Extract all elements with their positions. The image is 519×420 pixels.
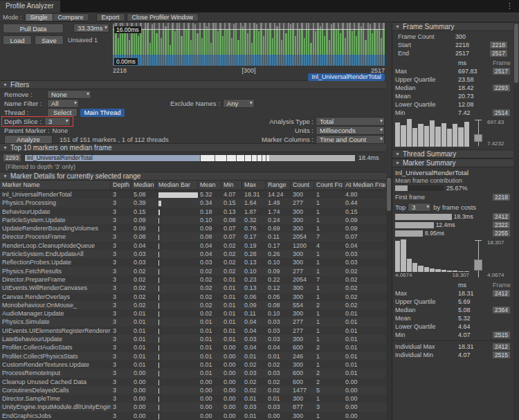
- top10-segment[interactable]: [257, 155, 262, 161]
- table-row[interactable]: Physics.Processing30.390.340.151.641.492…: [0, 199, 386, 207]
- table-row[interactable]: ParticleSystem.EndUpdateAll30.030.040.02…: [0, 250, 386, 258]
- save-button[interactable]: Save: [35, 35, 64, 45]
- column-header-min[interactable]: Min: [221, 181, 242, 190]
- frame-time-chart[interactable]: 16.00ms 0.00ms: [113, 23, 385, 66]
- units-dropdown[interactable]: Milliseconds ▾: [316, 126, 385, 135]
- frame-badge[interactable]: 2412: [492, 343, 511, 351]
- table-row[interactable]: CustomRenderTextures.Update30.010.010.00…: [0, 360, 386, 369]
- table-row[interactable]: UnityEngine.InputModule.dll!UnityEngineI…: [0, 403, 386, 411]
- column-header-max[interactable]: Max: [242, 181, 266, 190]
- table-row[interactable]: EndGraphicsJobs30.000.000.000.010.003001…: [0, 412, 386, 420]
- frame-badge[interactable]: 2515: [492, 331, 511, 339]
- close-profiler-window-button[interactable]: Close Profiler Window: [127, 13, 199, 21]
- column-header-count[interactable]: Count: [291, 181, 314, 190]
- table-row[interactable]: AudioManager.Update30.010.020.010.110.10…: [0, 309, 386, 318]
- frame-badge[interactable]: 2517: [492, 67, 511, 75]
- frame-badge[interactable]: 2517: [489, 49, 508, 57]
- top10-segment[interactable]: [226, 155, 236, 161]
- thread-value-chip[interactable]: Main Thread: [80, 109, 124, 117]
- mode-compare-button[interactable]: Compare: [53, 13, 89, 21]
- analysis-type-dropdown[interactable]: Total ▾: [316, 117, 385, 126]
- frame-badge[interactable]: 2218: [489, 41, 508, 49]
- frame-summary-header[interactable]: ▼ Frame Summary: [392, 22, 513, 31]
- value-cell: 300: [291, 412, 314, 420]
- table-row[interactable]: Canvas.RenderOverlays30.020.020.010.060.…: [0, 293, 386, 301]
- column-header-median-bar[interactable]: Median Bar: [156, 181, 198, 190]
- panel-scrollbar[interactable]: [513, 22, 519, 420]
- thread-summary-header[interactable]: ▼ Thread Summary: [392, 149, 513, 158]
- exclude-names-dropdown[interactable]: Any ▾: [223, 99, 255, 108]
- table-scrollbar-thumb[interactable]: [387, 178, 391, 211]
- table-row[interactable]: Profiler.CollectPhysicsStats30.010.010.0…: [0, 352, 386, 360]
- top10-frame-badge[interactable]: 2293: [3, 154, 21, 162]
- value-cell: 0.08: [266, 301, 291, 309]
- selected-marker-chip[interactable]: Inl_UniversalRenderTotal: [308, 73, 385, 81]
- frame-time-dropdown[interactable]: 33.33ms ▾: [73, 24, 109, 33]
- table-row[interactable]: BehaviourUpdate30.150.180.131.871.743001…: [0, 208, 386, 216]
- frame-badge[interactable]: 2412: [492, 212, 511, 221]
- frame-badge[interactable]: 2514: [492, 109, 511, 117]
- top-n-dropdown[interactable]: 3 ▾: [408, 203, 431, 212]
- table-row[interactable]: Monobehaviour.OnMouse_30.020.020.010.090…: [0, 301, 386, 309]
- table-row[interactable]: Cleanup Unused Cached Data30.000.000.000…: [0, 378, 386, 386]
- name-filter-dropdown[interactable]: All ▾: [47, 99, 79, 108]
- kebab-menu-icon[interactable]: ⋮: [500, 0, 519, 12]
- column-header-depth[interactable]: Depth: [111, 181, 131, 190]
- first-frame-badge[interactable]: 2218: [492, 193, 511, 201]
- marker-details-section-header[interactable]: ▼ Marker Details for currently selected …: [0, 172, 386, 181]
- top10-segment[interactable]: [200, 155, 215, 161]
- table-row[interactable]: RenderLoop.CleanupNodeQueue30.040.040.02…: [0, 241, 386, 250]
- column-header-range[interactable]: Range: [266, 181, 291, 190]
- marker-name-cell: RenderLoop.CleanupNodeQueue: [0, 241, 111, 250]
- frame-badge[interactable]: 2322: [492, 221, 511, 229]
- marker-columns-dropdown[interactable]: Time and Count ▾: [316, 135, 385, 144]
- value-cell: 0.01: [198, 335, 221, 343]
- filters-section-header[interactable]: ▼ Filters: [0, 80, 386, 89]
- top10-segment[interactable]: [236, 155, 244, 161]
- depth-slice-dropdown[interactable]: 3 ▾: [44, 117, 71, 126]
- column-header-at-median-frame[interactable]: At Median Frame: [343, 181, 386, 190]
- top10-bar[interactable]: Inl_UniversalRenderTotal: [24, 154, 356, 162]
- marker-summary-header[interactable]: ▼ Marker Summary: [392, 158, 513, 167]
- column-header-median[interactable]: Median: [131, 181, 156, 190]
- table-row[interactable]: UpdateRendererBoundingVolumes30.090.090.…: [0, 224, 386, 232]
- load-button[interactable]: Load: [3, 35, 32, 45]
- remove-dropdown[interactable]: None ▾: [47, 90, 91, 99]
- table-scrollbar[interactable]: [386, 176, 392, 420]
- table-row[interactable]: UIEvents.UIElementsRegisterRenderers30.0…: [0, 327, 386, 335]
- table-row[interactable]: CoroutinesDelayedCalls30.000.000.000.020…: [0, 386, 386, 394]
- frame-badge[interactable]: 2255: [492, 229, 511, 237]
- table-row[interactable]: Director.ProcessFrame30.080.080.070.170.…: [0, 232, 386, 241]
- table-row[interactable]: Director.SampleTime30.000.000.000.010.01…: [0, 394, 386, 403]
- table-row[interactable]: ParticleSystem.Update30.090.100.080.320.…: [0, 216, 386, 224]
- table-row[interactable]: Physics.Simulate30.010.010.010.040.03277…: [0, 318, 386, 326]
- table-row[interactable]: UIEvents.WillRenderCanvases30.020.020.01…: [0, 284, 386, 292]
- frame-badge[interactable]: 2412: [492, 289, 511, 298]
- table-row[interactable]: LateBehaviourUpdate30.010.010.010.030.03…: [0, 335, 386, 343]
- top10-segment[interactable]: [266, 155, 269, 161]
- top10-segment[interactable]: [215, 155, 226, 161]
- top10-segment[interactable]: [244, 155, 251, 161]
- top10-segment[interactable]: [251, 155, 257, 161]
- top10-selected-segment[interactable]: Inl_UniversalRenderTotal: [25, 155, 200, 161]
- export-button[interactable]: Export: [96, 13, 125, 21]
- frame-bar-marker-portion: [167, 55, 169, 66]
- frame-badge[interactable]: 2293: [492, 84, 511, 92]
- frame-badge[interactable]: 2364: [492, 306, 511, 314]
- table-row[interactable]: Inl_UniversalRenderTotal35.085.324.0718.…: [0, 190, 386, 199]
- frame-badge[interactable]: 2515: [492, 351, 511, 359]
- column-header-marker-name[interactable]: Marker Name: [0, 181, 111, 190]
- column-header-count-frame[interactable]: Count Frame: [314, 181, 343, 190]
- mode-single-button[interactable]: Single: [25, 13, 53, 21]
- top10-section-header[interactable]: ▼ Top 10 markers on median frame: [0, 143, 386, 152]
- column-header-mean[interactable]: Mean: [198, 181, 221, 190]
- panel-scrollbar-thumb[interactable]: [514, 24, 518, 83]
- tab-profile-analyzer[interactable]: Profile Analyzer: [0, 0, 60, 12]
- table-row[interactable]: Profiler.CollectAudioStats30.010.010.000…: [0, 343, 386, 351]
- pull-data-button[interactable]: Pull Data: [3, 24, 64, 33]
- table-row[interactable]: ProcessRemoteInput30.000.010.000.030.036…: [0, 369, 386, 377]
- analyze-button[interactable]: Analyze: [4, 135, 53, 144]
- table-row[interactable]: Physics.FetchResults30.020.020.020.100.0…: [0, 267, 386, 275]
- table-row[interactable]: ReflectionProbes.Update30.030.030.020.13…: [0, 258, 386, 266]
- table-row[interactable]: Director.PrepareFrame30.020.020.010.230.…: [0, 275, 386, 284]
